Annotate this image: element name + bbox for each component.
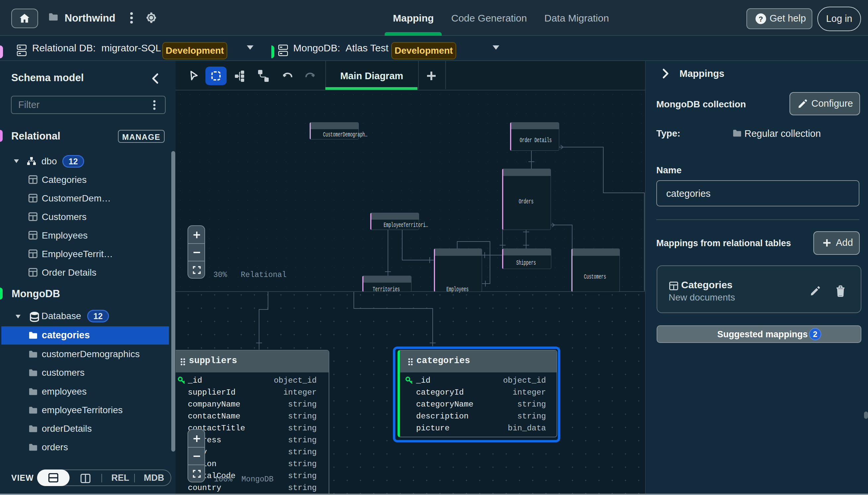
svg-text:?: ? [759, 15, 763, 23]
